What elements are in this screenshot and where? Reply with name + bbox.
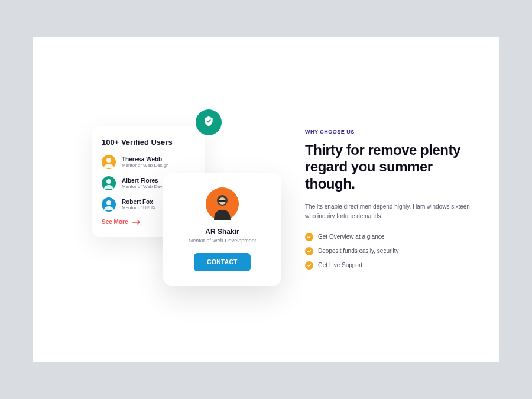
svg-point-2 <box>106 200 111 205</box>
profile-avatar <box>206 187 239 220</box>
contact-button[interactable]: CONTACT <box>194 253 251 271</box>
content-section: WHY CHOOSE US Thirty for remove plenty r… <box>305 129 476 275</box>
avatar <box>102 197 116 212</box>
check-circle-icon <box>305 261 313 270</box>
avatar <box>102 155 116 169</box>
section-heading: Thirty for remove plenty regard you summ… <box>305 142 476 193</box>
check-circle-icon <box>305 233 313 241</box>
section-description: The its enable direct men depend highly.… <box>305 202 476 221</box>
shield-check-icon <box>203 115 215 129</box>
users-card-title: 100+ Verified Users <box>102 138 195 147</box>
page-canvas: 100+ Verified Users Theresa Webb Mentor … <box>33 37 499 362</box>
profile-card: AR Shakir Mentor of Web Development CONT… <box>163 173 281 286</box>
check-circle-icon <box>305 247 313 255</box>
user-info: Theresa Webb Mentor of Web Design <box>122 156 168 168</box>
user-role: Mentor of UI/UX <box>122 205 155 210</box>
svg-point-1 <box>106 179 111 184</box>
left-illustration-area: 100+ Verified Users Theresa Webb Mentor … <box>33 37 270 362</box>
feature-item: Deoposit funds easily, securlity <box>305 247 476 255</box>
feature-text: Get Live Support <box>318 262 362 268</box>
feature-list: Get Overview at a glance Deoposit funds … <box>305 233 476 270</box>
profile-name: AR Shakir <box>174 228 271 236</box>
feature-text: Get Overview at a glance <box>318 233 384 240</box>
user-row[interactable]: Theresa Webb Mentor of Web Design <box>102 155 195 169</box>
avatar <box>102 176 116 190</box>
feature-item: Get Overview at a glance <box>305 233 476 241</box>
svg-point-0 <box>106 158 111 163</box>
user-info: Robert Fox Mentor of UI/UX <box>122 199 155 210</box>
feature-item: Get Live Support <box>305 261 476 270</box>
section-eyebrow: WHY CHOOSE US <box>305 129 476 135</box>
profile-role: Mentor of Web Development <box>174 238 271 244</box>
see-more-label: See More <box>102 219 128 225</box>
user-role: Mentor of Web Design <box>122 163 168 168</box>
verified-shield-badge <box>196 109 222 135</box>
feature-text: Deoposit funds easily, securlity <box>318 248 399 254</box>
arrow-right-icon <box>132 219 141 224</box>
user-name: Robert Fox <box>122 199 155 205</box>
connector-line <box>209 135 209 173</box>
user-name: Theresa Webb <box>122 156 168 163</box>
svg-rect-6 <box>219 200 226 202</box>
